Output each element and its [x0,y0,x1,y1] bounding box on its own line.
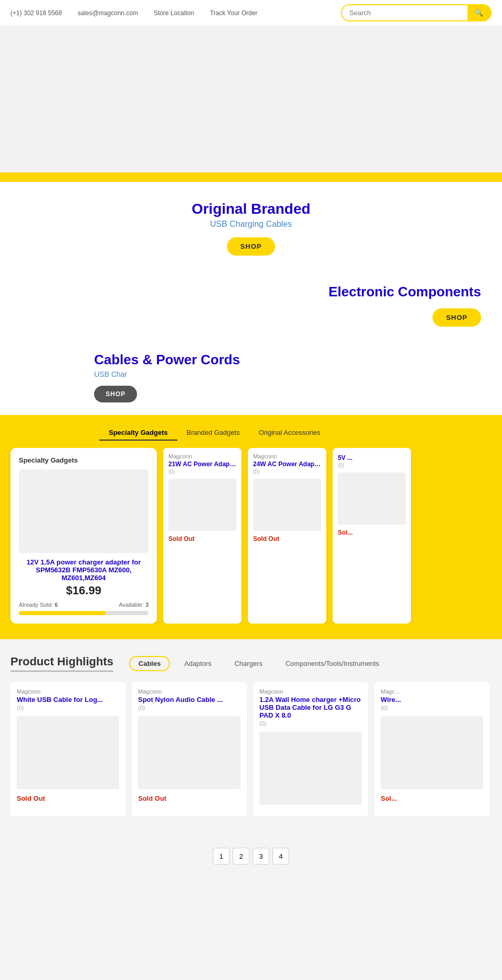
original-branded-shop-button[interactable]: SHOP [227,237,276,256]
card-rating-2: (0) [338,463,406,468]
highlight-tab-adaptors[interactable]: Adaptors [175,656,220,671]
featured-product-card: Specialty Gadgets 12V 1.5A power charger… [10,448,157,624]
category-tabs: Specialty Gadgets Branded Gadgets Origin… [5,425,497,441]
cables-shop-button[interactable]: SHOP [94,386,137,402]
stock-progress-bar [19,611,149,615]
p-name-1: Spot Nylon Audio Cable ... [138,696,241,704]
p-name-2: 1.2A Wall Home charger +Micro USB Data C… [259,696,362,719]
page-btn-4[interactable]: 4 [272,848,289,864]
small-product-card-2[interactable]: 5V ... (0) Sol... [333,448,411,624]
yellow-band [0,172,502,182]
page-btn-2[interactable]: 2 [233,848,249,864]
card-rating-0: (0) [168,469,236,475]
p-brand-3: Magc... [381,688,483,695]
original-branded-subtitle: USB Charging Cables [10,220,492,229]
card-image-1 [253,479,321,531]
electronic-components-title: Electronic Components [10,284,481,300]
small-product-card-0[interactable]: Magconn 21W AC Power Adapter fo... (0) S… [163,448,242,624]
sold-out-badge-0: Sold Out [168,535,236,543]
hero-banner [0,26,502,172]
p-brand-1: Magconn [138,688,241,695]
highlight-tabs: Cables Adaptors Chargers Components/Tool… [129,656,388,671]
footer-area: 1 2 3 4 [0,832,502,926]
specialty-products-row: Specialty Gadgets 12V 1.5A power charger… [5,448,497,624]
cables-power-subtitle: USB Char [94,370,492,378]
p-soldout-3: Sol... [381,794,483,802]
p-rating-3: (0) [381,705,483,711]
card-rating-1: (0) [253,469,321,475]
search-input[interactable] [342,6,467,20]
card-brand-1: Magconn [253,453,321,459]
sold-out-badge-2: Sol... [338,529,406,536]
card-image-0 [168,479,236,531]
highlight-product-0[interactable]: Magconn White USB Cable for Log... (0) S… [10,682,126,816]
search-button[interactable]: 🔍 [467,5,490,20]
highlights-title: Product Highlights [10,655,113,672]
highlight-tab-chargers[interactable]: Chargers [225,656,271,671]
p-image-1 [138,716,241,789]
p-rating-1: (0) [138,705,241,711]
highlight-product-1[interactable]: Magconn Spot Nylon Audio Cable ... (0) S… [132,682,247,816]
featured-product-name: 12V 1.5A power charger adapter for SPM56… [19,558,149,582]
p-soldout-1: Sold Out [138,794,241,802]
p-brand-2: Magconn [259,688,362,695]
p-image-2 [259,732,362,805]
cables-power-title: Cables & Power Cords [94,352,492,368]
product-highlights-section: Product Highlights Cables Adaptors Charg… [0,639,502,832]
card-name-2: 5V ... [338,454,406,462]
highlight-product-2[interactable]: Magconn 1.2A Wall Home charger +Micro US… [253,682,368,816]
card-image-2 [338,472,406,525]
product-highlights-grid: Magconn White USB Cable for Log... (0) S… [10,682,492,816]
card-name-1: 24W AC Power Adapter KT... [253,460,321,468]
track-order-link[interactable]: Track Your Order [210,9,257,17]
highlight-product-3[interactable]: Magc... Wire... (0) Sol... [374,682,489,816]
page-btn-3[interactable]: 3 [253,848,269,864]
p-soldout-0: Sold Out [17,794,119,802]
page-btn-1[interactable]: 1 [213,848,230,864]
highlight-tab-components[interactable]: Components/Tools/Instruments [277,656,388,671]
featured-card-title: Specialty Gadgets [19,456,149,464]
tab-original-accessories[interactable]: Original Accessories [249,425,330,441]
progress-fill [19,611,106,615]
electronic-shop-button[interactable]: SHOP [432,308,481,327]
p-name-0: White USB Cable for Log... [17,696,119,704]
small-product-card-1[interactable]: Magconn 24W AC Power Adapter KT... (0) S… [248,448,326,624]
card-name-0: 21W AC Power Adapter fo... [168,460,236,468]
original-branded-section: Original Branded USB Charging Cables SHO… [0,182,502,271]
top-bar: (+1) 302 918 5568 sales@magconn.com Stor… [0,0,502,26]
featured-card-image [19,469,149,553]
highlight-tab-cables[interactable]: Cables [129,656,170,671]
tab-branded-gadgets[interactable]: Branded Gadgets [177,425,249,441]
p-brand-0: Magconn [17,688,119,695]
phone-info: (+1) 302 918 5568 [10,9,62,17]
highlights-header: Product Highlights Cables Adaptors Charg… [10,655,492,672]
tab-specialty-gadgets[interactable]: Specialty Gadgets [99,425,177,441]
available-label: Available: 3 [119,602,149,608]
search-wrapper: 🔍 [341,4,492,21]
p-image-3 [381,716,483,789]
p-rating-2: (0) [259,720,362,727]
p-image-0 [17,716,119,789]
cables-power-section: Cables & Power Cords USB Char SHOP [0,339,502,415]
featured-product-price: $16.99 [19,584,149,597]
sold-out-badge-1: Sold Out [253,535,321,543]
p-rating-0: (0) [17,705,119,711]
store-location-link[interactable]: Store Location [154,9,194,17]
electronic-components-section: Electronic Components SHOP [0,271,502,339]
specialty-section: Specialty Gadgets Branded Gadgets Origin… [0,415,502,639]
original-branded-title: Original Branded [10,201,492,217]
card-brand-0: Magconn [168,453,236,459]
pagination: 1 2 3 4 [10,848,492,864]
already-sold-label: Already Sold: 6 [19,602,58,608]
p-name-3: Wire... [381,696,483,704]
email-info: sales@magconn.com [77,9,138,17]
